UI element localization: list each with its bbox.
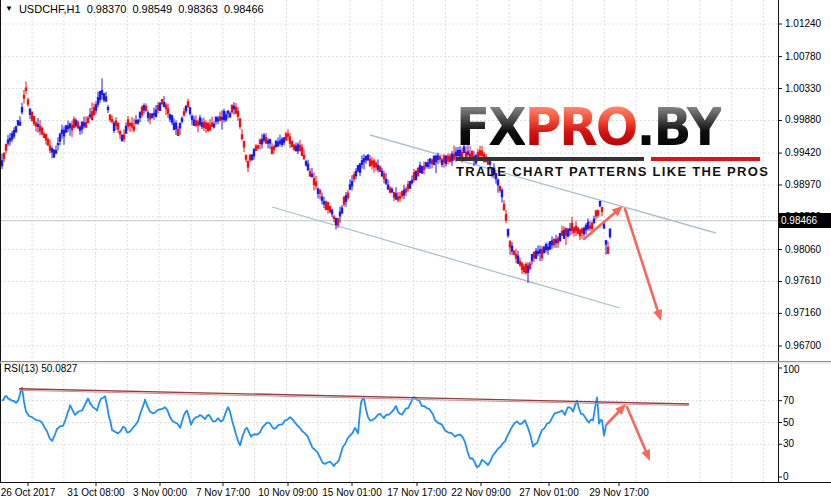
fxpro-logo-text: FXPRO.BY [456, 102, 760, 153]
ohlc-close: 0.98466 [224, 3, 264, 15]
logo-dot: . [636, 102, 653, 153]
logo-underline-red [651, 157, 760, 161]
symbol-dropdown-icon[interactable]: ▼ [5, 2, 13, 15]
chart-canvas[interactable] [0, 0, 831, 504]
logo-pro: PRO [525, 102, 637, 153]
ohlc-high: 0.98549 [132, 3, 172, 15]
ohlc-open: 0.98370 [87, 3, 127, 15]
ohlc-low: 0.98363 [178, 3, 218, 15]
current-price-box: 0.98466 [779, 213, 831, 228]
chart-window: ▼ USDCHF,H1 0.98370 0.98549 0.98363 0.98… [0, 0, 831, 504]
logo-tagline: TRADE CHART PATTERNS LIKE THE PROS [456, 164, 760, 179]
fxpro-logo: FXPRO.BY TRADE CHART PATTERNS LIKE THE P… [456, 102, 760, 179]
logo-underline-dark [456, 157, 644, 161]
indicator-label: RSI(13) 50.0827 [4, 363, 77, 374]
symbol-timeframe: USDCHF,H1 [19, 3, 81, 15]
logo-underline [456, 157, 760, 161]
logo-fx: FX [456, 102, 525, 153]
symbol-info: ▼ USDCHF,H1 0.98370 0.98549 0.98363 0.98… [5, 2, 264, 15]
logo-by: BY [653, 102, 721, 153]
